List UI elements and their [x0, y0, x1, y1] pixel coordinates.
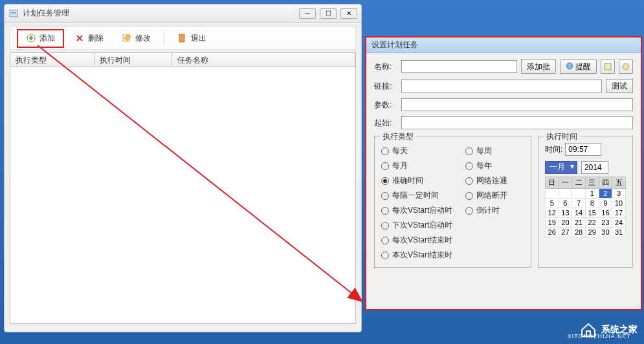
radio-网络连通[interactable]: 网络连通 — [465, 175, 507, 186]
minimize-button[interactable]: ─ — [299, 8, 316, 19]
radio-每周[interactable]: 每周 — [465, 145, 507, 156]
modify-icon — [122, 33, 132, 43]
weekday-header: 一 — [559, 177, 572, 189]
settings-titlebar: 设置计划任务 — [366, 38, 641, 53]
radio-label: 每年 — [476, 160, 492, 171]
app-icon — [8, 8, 19, 19]
radio-dot-icon — [465, 207, 473, 215]
time-label: 时间: — [545, 144, 562, 155]
col-exec-time[interactable]: 执行时间 — [94, 53, 172, 67]
col-exec-type[interactable]: 执行类型 — [10, 53, 94, 67]
svg-rect-2 — [11, 14, 16, 14]
time-input[interactable] — [565, 143, 601, 156]
exec-type-group: 执行类型 每天每月准确时间每隔一定时间每次VStart启动时下次VStart启动… — [374, 136, 531, 268]
calendar-day[interactable]: 6 — [559, 199, 572, 208]
add-label: 添加 — [39, 33, 55, 44]
window-controls: ─ ☐ ✕ — [299, 8, 357, 19]
radio-每次VStart结束时[interactable]: 每次VStart结束时 — [381, 235, 452, 246]
radio-网络断开[interactable]: 网络断开 — [465, 190, 507, 201]
calendar-day[interactable]: 7 — [572, 199, 586, 208]
radio-每天[interactable]: 每天 — [381, 145, 452, 156]
calendar-day[interactable]: 30 — [599, 228, 612, 237]
icon-button-2[interactable] — [619, 59, 633, 74]
add-batch-button[interactable]: 添加批 — [521, 59, 556, 74]
remind-button[interactable]: 提醒 — [560, 59, 597, 74]
link-label: 链接: — [374, 81, 397, 92]
radio-每年[interactable]: 每年 — [465, 160, 507, 171]
add-batch-label: 添加批 — [527, 61, 550, 72]
calendar-day[interactable]: 19 — [545, 218, 559, 228]
radio-下次VStart启动时[interactable]: 下次VStart启动时 — [381, 220, 452, 231]
close-button[interactable]: ✕ — [340, 8, 357, 19]
radio-grid: 每天每月准确时间每隔一定时间每次VStart启动时下次VStart启动时每次VS… — [381, 145, 524, 261]
calendar-empty — [559, 189, 572, 199]
calendar-day[interactable]: 14 — [572, 208, 586, 218]
exec-time-title: 执行时间 — [544, 131, 580, 142]
calendar-day[interactable]: 8 — [585, 199, 599, 208]
radio-label: 每隔一定时间 — [392, 190, 439, 201]
svg-rect-1 — [11, 12, 16, 13]
calendar-day[interactable]: 23 — [599, 218, 612, 228]
col-task-name[interactable]: 任务名称 — [172, 53, 355, 67]
calendar-day[interactable]: 3 — [612, 189, 626, 199]
radio-label: 下次VStart启动时 — [392, 220, 452, 231]
name-input[interactable] — [401, 60, 517, 73]
calendar-day[interactable]: 29 — [585, 228, 599, 237]
radio-dot-icon — [381, 222, 389, 230]
calendar-day[interactable]: 5 — [545, 199, 559, 208]
modify-button[interactable]: 修改 — [114, 30, 159, 47]
radio-dot-icon — [381, 207, 389, 215]
group-container: 执行类型 每天每月准确时间每隔一定时间每次VStart启动时下次VStart启动… — [374, 136, 633, 268]
add-button[interactable]: 添加 — [17, 29, 64, 48]
radio-本次VStart结束时[interactable]: 本次VStart结束时 — [381, 250, 452, 261]
start-input[interactable] — [401, 116, 633, 129]
weekday-header: 日 — [545, 177, 559, 189]
test-button[interactable]: 测试 — [606, 79, 633, 93]
window-title: 计划任务管理 — [23, 8, 299, 19]
radio-倒计时[interactable]: 倒计时 — [465, 205, 507, 216]
maximize-button[interactable]: ☐ — [320, 8, 337, 19]
delete-icon — [74, 33, 85, 43]
link-input[interactable] — [401, 80, 602, 92]
calendar-day[interactable]: 2 — [599, 189, 612, 199]
radio-dot-icon — [465, 162, 473, 170]
exec-time-group: 执行时间 时间: 一月 日一二三四五 123567891012131415161… — [538, 136, 633, 268]
link-row: 链接: 测试 — [374, 79, 633, 93]
year-input[interactable] — [581, 161, 608, 174]
radio-每月[interactable]: 每月 — [381, 160, 452, 171]
delete-button[interactable]: 删除 — [67, 30, 111, 47]
calendar-day[interactable]: 12 — [545, 208, 559, 218]
calendar-day[interactable]: 28 — [572, 228, 586, 237]
calendar-day[interactable]: 16 — [599, 208, 612, 218]
radio-每次VStart启动时[interactable]: 每次VStart启动时 — [381, 205, 452, 216]
params-input[interactable] — [401, 98, 633, 111]
calendar-day[interactable]: 21 — [572, 218, 586, 228]
exit-icon — [177, 33, 188, 43]
radio-label: 本次VStart结束时 — [392, 250, 452, 261]
remind-icon — [566, 62, 573, 72]
calendar-day[interactable]: 27 — [559, 228, 572, 237]
radio-每隔一定时间[interactable]: 每隔一定时间 — [381, 190, 452, 201]
radio-dot-icon — [381, 147, 389, 155]
form-area: 名称: 添加批 提醒 链接: 测试 — [366, 53, 641, 274]
calendar-day[interactable]: 10 — [612, 199, 626, 208]
calendar-day[interactable]: 20 — [559, 218, 572, 228]
calendar-day[interactable]: 15 — [585, 208, 599, 218]
calendar-day[interactable]: 31 — [612, 228, 626, 237]
task-settings-window: 设置计划任务 名称: 添加批 提醒 链接: — [365, 36, 642, 310]
calendar-day[interactable]: 22 — [585, 218, 599, 228]
svg-point-8 — [566, 63, 573, 69]
toolbar: 添加 删除 修改 退出 — [10, 27, 356, 50]
calendar-day[interactable]: 13 — [559, 208, 572, 218]
radio-准确时间[interactable]: 准确时间 — [381, 175, 452, 186]
calendar-day[interactable]: 17 — [612, 208, 626, 218]
radio-col-1: 每天每月准确时间每隔一定时间每次VStart启动时下次VStart启动时每次VS… — [381, 145, 452, 261]
icon-button-1[interactable] — [601, 59, 615, 74]
calendar-day[interactable]: 9 — [599, 199, 612, 208]
exit-button[interactable]: 退出 — [170, 30, 214, 47]
calendar-day[interactable]: 24 — [612, 218, 626, 228]
calendar-day[interactable]: 1 — [585, 189, 599, 199]
month-select[interactable]: 一月 — [545, 161, 577, 174]
calendar-day[interactable]: 26 — [545, 228, 559, 237]
radio-label: 网络断开 — [476, 190, 507, 201]
